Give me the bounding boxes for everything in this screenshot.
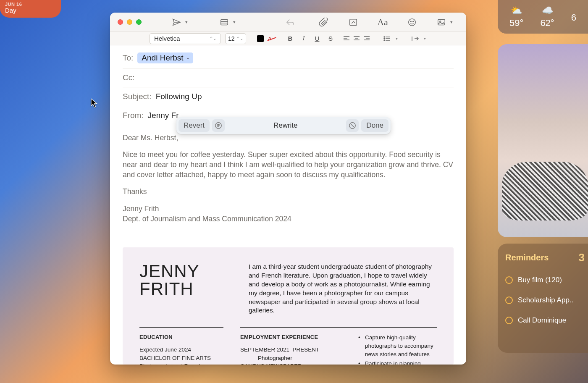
font-size-select[interactable]: 12 ⌃⌄ [225,33,246,44]
mail-compose-window: ▾ ▾ Aa ▾ Helvetica ⌃⌄ [110,13,466,365]
resume-text: Photography and French Literature [139,362,223,365]
photo-menu-chevron-icon[interactable]: ▾ [450,19,454,25]
svg-point-20 [384,38,385,39]
email-paragraph: Nice to meet you for coffee yesterday. S… [123,150,454,180]
reminder-checkbox-icon[interactable] [505,317,513,324]
send-button[interactable] [169,15,184,29]
from-label: From: [123,111,144,120]
reminder-label: Call Dominique [518,316,566,325]
recipient-pill[interactable]: Andi Herbst ⌄ [137,52,193,63]
subject-input[interactable]: Following Up [156,92,202,101]
photo-browser-button[interactable] [434,15,449,29]
svg-point-22 [384,40,385,41]
chevron-updown-icon: ⌃⌄ [236,36,243,41]
svg-line-28 [351,124,354,127]
previous-suggestion-button[interactable] [212,119,225,132]
reminder-label: Scholarship App.. [518,296,573,304]
emoji-button[interactable] [405,15,419,29]
align-center-button[interactable] [352,34,361,43]
svg-point-6 [413,21,414,22]
writing-tools-rewrite-bar: Revert Rewrite Done [176,117,391,134]
resume-bullet-list: Capture high-quality photographs to acco… [356,333,437,365]
next-suggestion-button[interactable] [346,119,359,132]
email-thanks: Thanks [123,186,454,197]
chevron-down-icon[interactable]: ⌄ [186,55,190,60]
reminder-checkbox-icon[interactable] [505,276,513,284]
attach-button[interactable] [317,15,331,29]
weather-widget[interactable]: ⛅ 59° ☁️ 62° 6 [498,0,588,34]
window-titlebar: ▾ ▾ Aa ▾ [110,13,466,31]
resume-employment-heading: EMPLOYMENT EXPERIENCE [240,333,339,341]
reminder-checkbox-icon[interactable] [505,296,513,304]
resume-name: JENNYFRITH [139,262,232,315]
weather-icon-partly-cloudy: ⛅ [509,5,523,16]
list-menu-chevron-icon[interactable]: ▾ [396,36,398,41]
markup-button[interactable] [346,15,360,29]
resume-text: BACHELOR OF FINE ARTS [139,354,223,362]
calendar-date: JUN 16 [5,2,56,7]
reminder-item[interactable]: Scholarship App.. [505,290,582,310]
resume-bullet: Participate in planning sessions with ed… [356,359,437,365]
align-left-button[interactable] [342,34,351,43]
format-toolbar: Helvetica ⌃⌄ 12 ⌃⌄ a B I U S ▾ ▾ [110,31,466,45]
compose-headers: To: Andi Herbst ⌄ Cc: Subject: Following… [110,45,466,125]
calendar-day: Day [5,7,56,14]
resume-attachment-preview[interactable]: JENNYFRITH I am a third-year student und… [123,247,454,365]
chevron-updown-icon: ⌃⌄ [210,36,216,41]
underline-button[interactable]: U [312,34,322,43]
reminder-item[interactable]: Call Dominique [505,310,582,331]
resume-text: SEPTEMBER 2021–PRESENT [240,346,339,354]
reminders-widget[interactable]: Reminders 3 Buy film (120) Scholarship A… [498,244,588,353]
font-size-value: 12 [228,35,235,42]
reminder-item[interactable]: Buy film (120) [505,270,582,290]
weather-icon-cloudy: ☁️ [540,5,554,16]
cc-label: Cc: [123,73,135,82]
to-field-row[interactable]: To: Andi Herbst ⌄ [123,48,454,68]
font-family-select[interactable]: Helvetica ⌃⌄ [150,33,221,44]
text-color-button[interactable] [257,35,264,42]
reply-button[interactable] [283,15,297,29]
done-button[interactable]: Done [361,119,388,132]
font-family-value: Helvetica [154,35,180,42]
strikethrough-button[interactable]: S [326,34,335,43]
svg-rect-7 [438,19,445,25]
from-value[interactable]: Jenny Fr [148,111,179,120]
email-body-editor[interactable]: Dear Ms. Herbst, Nice to meet you for co… [110,125,466,239]
send-menu-chevron-icon[interactable]: ▾ [185,19,189,25]
window-fullscreen-button[interactable] [136,19,142,25]
italic-button[interactable]: I [299,34,308,43]
cc-field-row[interactable]: Cc: [123,68,454,87]
svg-point-5 [410,21,411,22]
reminders-title: Reminders [505,253,549,262]
resume-intro: I am a third-year student undergraduate … [249,262,437,315]
recipient-name: Andi Herbst [142,53,183,63]
resume-education-heading: EDUCATION [139,333,223,341]
resume-bullet: Capture high-quality photographs to acco… [356,333,437,358]
resume-text: CAMPUS NEWSPAPER [240,362,339,365]
align-right-button[interactable] [362,34,371,43]
indent-button[interactable] [410,34,420,43]
clear-formatting-button[interactable]: a [268,35,276,42]
email-greeting: Dear Ms. Herbst, [123,133,454,143]
resume-text: Expected June 2024 [139,346,223,354]
signature-dept: Dept. of Journalism and Mass Communicati… [123,215,291,223]
rewrite-title: Rewrite [227,121,344,130]
weather-temp-1: 59° [509,18,523,29]
resume-text: Photographer [240,354,339,362]
svg-rect-0 [221,19,228,25]
window-close-button[interactable] [118,19,123,25]
revert-button[interactable]: Revert [178,119,210,132]
window-minimize-button[interactable] [127,19,132,25]
header-fields-button[interactable] [217,15,231,29]
subject-field-row[interactable]: Subject: Following Up [123,87,454,106]
svg-point-4 [409,18,416,26]
indent-menu-chevron-icon[interactable]: ▾ [424,36,426,41]
to-label: To: [123,53,133,63]
header-menu-chevron-icon[interactable]: ▾ [233,19,237,25]
svg-point-18 [384,37,385,37]
calendar-widget[interactable]: JUN 16 Day [0,0,61,18]
photos-widget[interactable] [498,44,588,237]
bold-button[interactable]: B [286,34,295,43]
list-button[interactable] [382,34,391,43]
format-button[interactable]: Aa [375,15,390,29]
